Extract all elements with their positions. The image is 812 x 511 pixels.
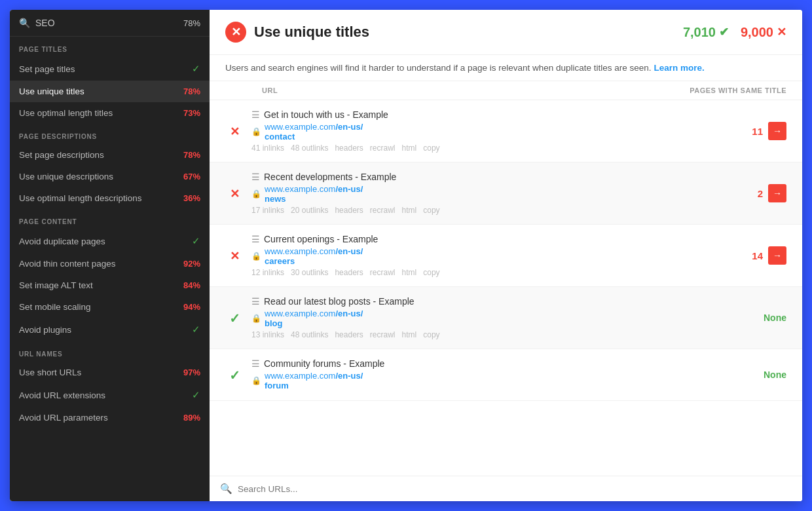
row-recrawl-link[interactable]: recrawl (370, 268, 396, 277)
sidebar-item-use-optimal-length-descriptions[interactable]: Use optimal length descriptions 36% (10, 187, 210, 209)
page-icon: ☰ (251, 358, 260, 369)
lock-icon: 🔒 (251, 376, 261, 385)
url-base: www.example.com (265, 246, 335, 256)
row-html-link[interactable]: html (402, 206, 417, 215)
sidebar-item-label: Use optimal length descriptions (19, 193, 142, 203)
page-title: Use unique titles (254, 24, 369, 41)
sidebar-item-use-optimal-length-titles[interactable]: Use optimal length titles 73% (10, 102, 210, 124)
sidebar-search-label: SEO (35, 18, 183, 28)
sidebar-item-label: Set mobile scaling (19, 302, 91, 312)
section-label-page-descriptions: PAGE DESCRIPTIONS (10, 124, 210, 144)
row-html-link[interactable]: html (402, 330, 417, 339)
row-recrawl-link[interactable]: recrawl (370, 330, 396, 339)
row-headers-link[interactable]: headers (335, 143, 363, 153)
row-right: None (764, 312, 786, 323)
row-url-line: 🔒 www.example.com/en-us/forum (251, 371, 756, 390)
row-count: 11 (750, 126, 763, 137)
sidebar-item-use-unique-titles[interactable]: Use unique titles 78% (10, 81, 210, 102)
sidebar-item-avoid-plugins[interactable]: Avoid plugins ✓ (10, 318, 210, 341)
row-outlinks: 48 outlinks (291, 143, 328, 153)
row-title: ☰ Current openings - Example (251, 234, 742, 244)
sidebar-item-score: 67% (183, 172, 200, 181)
row-copy-link[interactable]: copy (423, 330, 439, 339)
row-headers-link[interactable]: headers (335, 206, 363, 215)
row-outlinks: 48 outlinks (291, 330, 328, 339)
sidebar-item-avoid-url-parameters[interactable]: Avoid URL parameters 89% (10, 407, 210, 428)
lock-icon: 🔒 (251, 189, 261, 199)
sidebar-item-set-image-alt-text[interactable]: Set image ALT text 84% (10, 274, 210, 296)
sidebar-search: 🔍 SEO 78% (10, 10, 210, 37)
sidebar: 🔍 SEO 78% PAGE TITLES Set page titles ✓ … (10, 10, 210, 501)
check-icon: ✓ (192, 324, 200, 335)
lock-icon: 🔒 (251, 127, 261, 136)
page-icon: ☰ (251, 234, 260, 244)
row-url[interactable]: www.example.com/en-us/careers (265, 246, 363, 266)
row-arrow-button[interactable]: → (768, 122, 786, 140)
sidebar-item-label: Use short URLs (19, 368, 81, 377)
row-url-line: 🔒 www.example.com/en-us/contact (251, 122, 742, 142)
sidebar-item-label: Set image ALT text (19, 280, 93, 290)
sidebar-item-set-page-titles[interactable]: Set page titles ✓ (10, 57, 210, 81)
row-html-link[interactable]: html (402, 143, 417, 153)
row-html-link[interactable]: html (402, 268, 417, 277)
row-content: ☰ Read our latest blog posts - Example 🔒… (251, 296, 756, 339)
url-path: /en-us/ (335, 122, 363, 132)
url-path: /en-us/ (335, 184, 363, 194)
row-url[interactable]: www.example.com/en-us/blog (265, 309, 363, 328)
row-copy-link[interactable]: copy (423, 268, 439, 277)
sidebar-item-avoid-duplicate-pages[interactable]: Avoid duplicate pages ✓ (10, 229, 210, 253)
row-recrawl-link[interactable]: recrawl (370, 143, 396, 153)
row-status-icon-col: ✓ (225, 309, 244, 326)
success-check-icon: ✓ (229, 311, 240, 326)
search-urls-input[interactable] (238, 484, 792, 494)
sidebar-item-use-unique-descriptions[interactable]: Use unique descriptions 67% (10, 166, 210, 187)
lock-icon: 🔒 (251, 314, 261, 323)
section-label-page-content: PAGE CONTENT (10, 209, 210, 229)
row-title-text: Read our latest blog posts - Example (264, 296, 415, 307)
section-label-page-titles: PAGE TITLES (10, 37, 210, 57)
row-url-line: 🔒 www.example.com/en-us/news (251, 184, 742, 204)
row-title-text: Recent developments - Example (264, 172, 396, 182)
sidebar-item-score: 78% (183, 86, 200, 96)
sidebar-item-set-mobile-scaling[interactable]: Set mobile scaling 94% (10, 296, 210, 318)
row-title-text: Get in touch with us - Example (264, 109, 388, 120)
row-copy-link[interactable]: copy (423, 143, 439, 153)
row-count-none: None (764, 312, 786, 323)
row-url[interactable]: www.example.com/en-us/forum (265, 371, 363, 390)
page-icon: ☰ (251, 172, 260, 182)
sidebar-item-score: 94% (183, 302, 200, 312)
error-circle-icon: ✕ (225, 22, 246, 43)
url-base: www.example.com (265, 184, 335, 194)
row-url[interactable]: www.example.com/en-us/contact (265, 122, 363, 142)
row-arrow-button[interactable]: → (768, 184, 786, 202)
url-base: www.example.com (265, 371, 335, 381)
row-arrow-button[interactable]: → (768, 246, 786, 265)
row-right: 11 → (750, 122, 786, 140)
search-bar-icon: 🔍 (220, 483, 232, 495)
row-url[interactable]: www.example.com/en-us/news (265, 184, 363, 204)
col-pages-label: PAGES WITH SAME TITLE (690, 86, 786, 94)
pass-count-value: 7,010 (683, 25, 716, 40)
row-status-icon-col: ✕ (225, 123, 244, 139)
main-header-left: ✕ Use unique titles (225, 22, 369, 43)
table-row: ✕ ☰ Get in touch with us - Example 🔒 www… (210, 100, 802, 162)
row-recrawl-link[interactable]: recrawl (370, 206, 396, 215)
row-headers-link[interactable]: headers (335, 268, 363, 277)
description-text: Users and search engines will find it ha… (225, 63, 652, 73)
row-headers-link[interactable]: headers (335, 330, 363, 339)
table-header: URL PAGES WITH SAME TITLE (210, 81, 802, 100)
table-row: ✕ ☰ Recent developments - Example 🔒 www.… (210, 162, 802, 225)
pass-check-icon: ✔ (719, 25, 729, 39)
row-content: ☰ Get in touch with us - Example 🔒 www.e… (251, 109, 742, 153)
page-icon: ☰ (251, 296, 260, 307)
sidebar-item-use-short-urls[interactable]: Use short URLs 97% (10, 362, 210, 383)
sidebar-item-set-page-descriptions[interactable]: Set page descriptions 78% (10, 144, 210, 166)
error-x-icon: ✕ (230, 187, 240, 201)
sidebar-item-label: Avoid URL parameters (19, 413, 108, 423)
learn-more-link[interactable]: Learn more. (654, 63, 704, 73)
row-copy-link[interactable]: copy (423, 206, 439, 215)
sidebar-item-avoid-thin-content-pages[interactable]: Avoid thin content pages 92% (10, 253, 210, 274)
row-title-text: Community forums - Example (264, 358, 384, 369)
url-slug: forum (265, 381, 289, 390)
sidebar-item-avoid-url-extensions[interactable]: Avoid URL extensions ✓ (10, 383, 210, 407)
